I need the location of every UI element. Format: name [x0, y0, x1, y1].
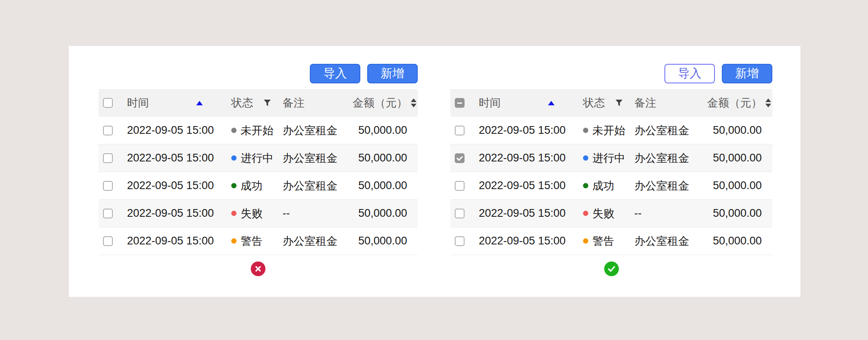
status-cell: 警告 [583, 234, 634, 248]
column-header-status: 状态 [231, 96, 283, 110]
left-panel: 导入 新增 时间 状态 备注 金额（元 [99, 46, 418, 297]
table-row: 2022-09-05 15:00 失败 -- 50,000.00 [99, 200, 418, 227]
sort-toggle-icon[interactable] [765, 98, 771, 107]
table-row: 2022-09-05 15:00 警告 办公室租金 50,000.00 [450, 227, 772, 255]
note-cell: 办公室租金 [283, 179, 352, 193]
status-dot-icon [583, 183, 588, 188]
status-dot-icon [583, 155, 588, 161]
time-column-label: 时间 [127, 96, 149, 110]
note-cell: 办公室租金 [283, 123, 352, 138]
row-checkbox[interactable] [455, 181, 465, 191]
left-toolbar: 导入 新增 [99, 64, 418, 83]
status-label: 未开始 [592, 123, 625, 138]
records-table: 时间 状态 备注 金额（元） 202 [99, 89, 418, 255]
status-label: 成功 [241, 179, 263, 193]
add-button[interactable]: 新增 [367, 64, 418, 83]
table-row: 2022-09-05 15:00 失败 -- 50,000.00 [450, 200, 772, 227]
amount-cell: 50,000.00 [704, 124, 772, 137]
amount-cell: 50,000.00 [704, 207, 772, 220]
table-row: 2022-09-05 15:00 进行中 办公室租金 50,000.00 [99, 144, 418, 172]
status-dot-icon [231, 211, 237, 216]
status-column-label: 状态 [231, 96, 253, 110]
sort-ascending-icon[interactable] [196, 101, 203, 105]
row-checkbox[interactable] [103, 126, 113, 135]
amount-column-label: 金额（元） [353, 96, 408, 110]
right-toolbar: 导入 新增 [450, 64, 772, 83]
table-row: 2022-09-05 15:00 进行中 办公室租金 50,000.00 [450, 144, 772, 172]
records-table: 时间 状态 备注 金额（元） 202 [450, 89, 772, 255]
column-header-note: 备注 [634, 96, 704, 110]
right-panel: 导入 新增 时间 状态 备注 金额（元 [450, 46, 772, 297]
column-header-time[interactable]: 时间 [127, 96, 231, 110]
status-dot-icon [583, 128, 588, 133]
filter-icon[interactable] [263, 99, 271, 107]
note-cell: 办公室租金 [634, 179, 704, 193]
status-label: 未开始 [241, 123, 274, 138]
note-column-label: 备注 [283, 97, 305, 109]
amount-cell: 50,000.00 [352, 152, 418, 164]
row-checkbox[interactable] [103, 181, 113, 191]
status-label: 成功 [592, 179, 614, 193]
table-header: 时间 状态 备注 金额（元） [99, 89, 418, 117]
amount-cell: 50,000.00 [352, 124, 418, 137]
row-checkbox[interactable] [455, 236, 465, 246]
table-row: 2022-09-05 15:00 未开始 办公室租金 50,000.00 [99, 117, 418, 144]
time-cell: 2022-09-05 15:00 [479, 207, 583, 220]
status-dot-icon [583, 211, 588, 216]
sort-ascending-icon[interactable] [548, 101, 555, 105]
time-cell: 2022-09-05 15:00 [127, 235, 231, 247]
success-status-icon [604, 262, 619, 276]
column-header-amount: 金额（元） [352, 96, 418, 110]
status-column-label: 状态 [583, 96, 605, 110]
sort-toggle-icon[interactable] [411, 98, 416, 107]
status-dot-icon [231, 128, 237, 133]
row-checkbox[interactable] [103, 209, 113, 218]
time-cell: 2022-09-05 15:00 [479, 179, 583, 192]
status-dot-icon [583, 238, 588, 244]
table-row: 2022-09-05 15:00 未开始 办公室租金 50,000.00 [450, 117, 772, 144]
table-header: 时间 状态 备注 金额（元） [450, 89, 772, 117]
amount-cell: 50,000.00 [352, 207, 418, 220]
time-cell: 2022-09-05 15:00 [127, 152, 231, 164]
status-cell: 失败 [583, 206, 634, 221]
row-checkbox[interactable] [103, 236, 113, 246]
table-row: 2022-09-05 15:00 警告 办公室租金 50,000.00 [99, 227, 418, 255]
column-header-amount: 金额（元） [704, 96, 772, 110]
status-dot-icon [231, 183, 237, 188]
status-cell: 警告 [231, 234, 283, 248]
status-label: 警告 [241, 234, 263, 248]
column-header-time[interactable]: 时间 [479, 96, 583, 110]
status-cell: 进行中 [583, 151, 634, 166]
row-checkbox[interactable] [455, 126, 465, 135]
amount-cell: 50,000.00 [704, 152, 772, 164]
import-button[interactable]: 导入 [310, 64, 360, 83]
note-cell: -- [634, 207, 704, 220]
status-label: 进行中 [592, 151, 625, 166]
status-cell: 进行中 [231, 151, 283, 166]
time-cell: 2022-09-05 15:00 [479, 235, 583, 247]
note-column-label: 备注 [634, 97, 656, 109]
table-row: 2022-09-05 15:00 成功 办公室租金 50,000.00 [450, 172, 772, 200]
content-card: 导入 新增 时间 状态 备注 金额（元 [69, 46, 800, 297]
row-checkbox[interactable] [455, 209, 465, 218]
time-cell: 2022-09-05 15:00 [127, 207, 231, 220]
time-cell: 2022-09-05 15:00 [127, 124, 231, 137]
time-cell: 2022-09-05 15:00 [127, 179, 231, 192]
row-checkbox[interactable] [455, 153, 465, 163]
row-checkbox[interactable] [103, 153, 113, 163]
select-all-checkbox[interactable] [103, 98, 113, 108]
note-cell: -- [283, 207, 352, 220]
amount-cell: 50,000.00 [352, 235, 418, 247]
note-cell: 办公室租金 [634, 123, 704, 138]
status-label: 失败 [592, 206, 614, 221]
status-dot-icon [231, 238, 237, 244]
status-cell: 成功 [583, 179, 634, 193]
amount-column-label: 金额（元） [707, 96, 762, 110]
filter-icon[interactable] [615, 99, 623, 107]
import-button[interactable]: 导入 [664, 64, 715, 83]
note-cell: 办公室租金 [283, 234, 352, 248]
status-label: 失败 [241, 206, 263, 221]
add-button[interactable]: 新增 [722, 64, 772, 83]
select-all-checkbox[interactable] [455, 98, 465, 108]
time-column-label: 时间 [479, 96, 501, 110]
